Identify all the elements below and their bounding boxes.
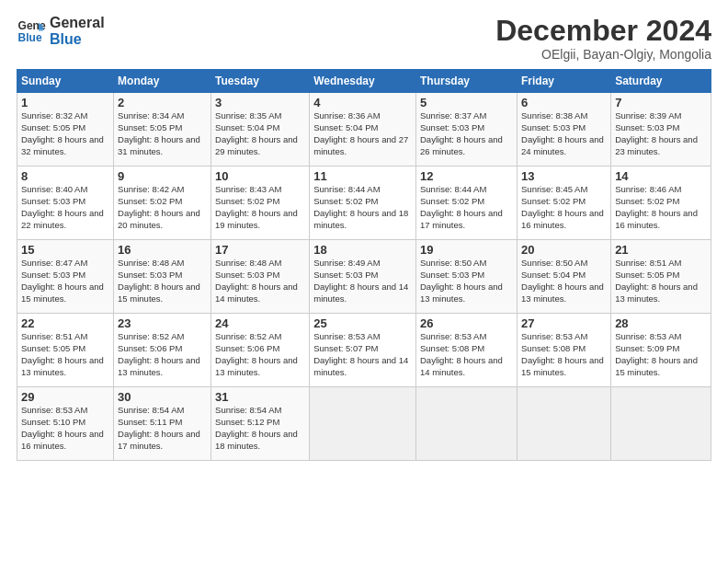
day-number: 26	[420, 316, 513, 330]
day-cell: 10Sunrise: 8:43 AMSunset: 5:02 PMDayligh…	[211, 167, 310, 240]
day-cell: 23Sunrise: 8:52 AMSunset: 5:06 PMDayligh…	[114, 314, 211, 387]
day-cell: 31Sunrise: 8:54 AMSunset: 5:12 PMDayligh…	[211, 387, 310, 461]
day-info: Sunrise: 8:44 AMSunset: 5:02 PMDaylight:…	[420, 184, 503, 229]
day-cell	[310, 387, 416, 461]
day-number: 6	[521, 96, 607, 109]
day-info: Sunrise: 8:36 AMSunset: 5:04 PMDaylight:…	[313, 110, 408, 155]
day-number: 5	[420, 96, 513, 109]
day-info: Sunrise: 8:35 AMSunset: 5:04 PMDaylight:…	[215, 110, 298, 155]
day-number: 30	[118, 390, 207, 404]
weekday-header-row: SundayMondayTuesdayWednesdayThursdayFrid…	[17, 70, 711, 93]
day-number: 12	[420, 169, 513, 183]
day-number: 22	[21, 316, 109, 330]
month-title: December 2024	[495, 15, 711, 47]
day-number: 23	[118, 316, 207, 330]
day-number: 13	[521, 169, 607, 183]
day-number: 9	[118, 169, 207, 183]
day-number: 1	[21, 96, 109, 109]
day-info: Sunrise: 8:53 AMSunset: 5:08 PMDaylight:…	[521, 331, 604, 376]
day-cell: 20Sunrise: 8:50 AMSunset: 5:04 PMDayligh…	[518, 240, 611, 314]
day-number: 20	[521, 243, 607, 257]
calendar-table: SundayMondayTuesdayWednesdayThursdayFrid…	[17, 69, 711, 461]
day-number: 21	[615, 243, 707, 257]
week-row-1: 1Sunrise: 8:32 AMSunset: 5:05 PMDaylight…	[17, 93, 711, 167]
day-cell: 11Sunrise: 8:44 AMSunset: 5:02 PMDayligh…	[310, 167, 416, 240]
day-cell: 21Sunrise: 8:51 AMSunset: 5:05 PMDayligh…	[611, 240, 711, 314]
week-row-4: 22Sunrise: 8:51 AMSunset: 5:05 PMDayligh…	[17, 314, 711, 387]
day-number: 4	[313, 96, 412, 109]
day-info: Sunrise: 8:49 AMSunset: 5:03 PMDaylight:…	[313, 258, 408, 303]
day-number: 17	[215, 243, 305, 257]
day-cell	[611, 387, 711, 461]
day-info: Sunrise: 8:54 AMSunset: 5:11 PMDaylight:…	[118, 405, 200, 450]
day-info: Sunrise: 8:40 AMSunset: 5:03 PMDaylight:…	[21, 184, 104, 229]
day-info: Sunrise: 8:34 AMSunset: 5:05 PMDaylight:…	[118, 110, 200, 155]
header: General Blue General Blue December 2024 …	[17, 15, 711, 62]
day-cell: 3Sunrise: 8:35 AMSunset: 5:04 PMDaylight…	[211, 93, 310, 167]
day-number: 28	[615, 316, 707, 330]
day-info: Sunrise: 8:48 AMSunset: 5:03 PMDaylight:…	[118, 258, 200, 303]
weekday-header-saturday: Saturday	[611, 70, 711, 93]
day-number: 3	[215, 96, 305, 109]
day-number: 15	[21, 243, 109, 257]
day-number: 29	[21, 390, 109, 404]
day-info: Sunrise: 8:42 AMSunset: 5:02 PMDaylight:…	[118, 184, 200, 229]
day-info: Sunrise: 8:53 AMSunset: 5:10 PMDaylight:…	[21, 405, 104, 450]
day-info: Sunrise: 8:47 AMSunset: 5:03 PMDaylight:…	[21, 258, 104, 303]
day-info: Sunrise: 8:53 AMSunset: 5:07 PMDaylight:…	[313, 331, 408, 376]
day-number: 7	[615, 96, 707, 109]
day-info: Sunrise: 8:44 AMSunset: 5:02 PMDaylight:…	[313, 184, 408, 229]
day-info: Sunrise: 8:53 AMSunset: 5:09 PMDaylight:…	[615, 331, 698, 376]
day-cell: 18Sunrise: 8:49 AMSunset: 5:03 PMDayligh…	[310, 240, 416, 314]
logo-general: General	[50, 15, 105, 31]
day-number: 27	[521, 316, 607, 330]
day-cell: 14Sunrise: 8:46 AMSunset: 5:02 PMDayligh…	[611, 167, 711, 240]
day-info: Sunrise: 8:51 AMSunset: 5:05 PMDaylight:…	[21, 331, 104, 376]
day-info: Sunrise: 8:50 AMSunset: 5:03 PMDaylight:…	[420, 258, 503, 303]
day-number: 11	[313, 169, 412, 183]
day-cell: 13Sunrise: 8:45 AMSunset: 5:02 PMDayligh…	[518, 167, 611, 240]
day-cell: 8Sunrise: 8:40 AMSunset: 5:03 PMDaylight…	[17, 167, 114, 240]
day-cell	[416, 387, 518, 461]
day-number: 2	[118, 96, 207, 109]
logo-blue: Blue	[50, 31, 105, 48]
svg-text:Blue: Blue	[18, 31, 42, 44]
logo-icon: General Blue	[17, 17, 46, 46]
day-number: 10	[215, 169, 305, 183]
subtitle: OElgii, Bayan-Olgiy, Mongolia	[495, 47, 711, 62]
day-cell: 9Sunrise: 8:42 AMSunset: 5:02 PMDaylight…	[114, 167, 211, 240]
day-cell: 16Sunrise: 8:48 AMSunset: 5:03 PMDayligh…	[114, 240, 211, 314]
week-row-5: 29Sunrise: 8:53 AMSunset: 5:10 PMDayligh…	[17, 387, 711, 461]
title-area: December 2024 OElgii, Bayan-Olgiy, Mongo…	[495, 15, 711, 62]
day-cell: 2Sunrise: 8:34 AMSunset: 5:05 PMDaylight…	[114, 93, 211, 167]
day-cell: 25Sunrise: 8:53 AMSunset: 5:07 PMDayligh…	[310, 314, 416, 387]
page-container: General Blue General Blue December 2024 …	[0, 0, 728, 470]
day-cell: 22Sunrise: 8:51 AMSunset: 5:05 PMDayligh…	[17, 314, 114, 387]
day-info: Sunrise: 8:48 AMSunset: 5:03 PMDaylight:…	[215, 258, 298, 303]
weekday-header-tuesday: Tuesday	[211, 70, 310, 93]
weekday-header-thursday: Thursday	[416, 70, 518, 93]
day-info: Sunrise: 8:37 AMSunset: 5:03 PMDaylight:…	[420, 110, 503, 155]
weekday-header-monday: Monday	[114, 70, 211, 93]
day-cell	[518, 387, 611, 461]
day-info: Sunrise: 8:45 AMSunset: 5:02 PMDaylight:…	[521, 184, 604, 229]
day-info: Sunrise: 8:46 AMSunset: 5:02 PMDaylight:…	[615, 184, 698, 229]
day-info: Sunrise: 8:32 AMSunset: 5:05 PMDaylight:…	[21, 110, 104, 155]
day-cell: 5Sunrise: 8:37 AMSunset: 5:03 PMDaylight…	[416, 93, 518, 167]
day-number: 14	[615, 169, 707, 183]
day-number: 16	[118, 243, 207, 257]
day-cell: 19Sunrise: 8:50 AMSunset: 5:03 PMDayligh…	[416, 240, 518, 314]
day-cell: 24Sunrise: 8:52 AMSunset: 5:06 PMDayligh…	[211, 314, 310, 387]
day-info: Sunrise: 8:52 AMSunset: 5:06 PMDaylight:…	[118, 331, 200, 376]
day-info: Sunrise: 8:39 AMSunset: 5:03 PMDaylight:…	[615, 110, 698, 155]
weekday-header-friday: Friday	[518, 70, 611, 93]
weekday-header-sunday: Sunday	[17, 70, 114, 93]
day-cell: 28Sunrise: 8:53 AMSunset: 5:09 PMDayligh…	[611, 314, 711, 387]
day-info: Sunrise: 8:52 AMSunset: 5:06 PMDaylight:…	[215, 331, 298, 376]
week-row-3: 15Sunrise: 8:47 AMSunset: 5:03 PMDayligh…	[17, 240, 711, 314]
day-cell: 17Sunrise: 8:48 AMSunset: 5:03 PMDayligh…	[211, 240, 310, 314]
day-cell: 6Sunrise: 8:38 AMSunset: 5:03 PMDaylight…	[518, 93, 611, 167]
day-cell: 12Sunrise: 8:44 AMSunset: 5:02 PMDayligh…	[416, 167, 518, 240]
day-number: 8	[21, 169, 109, 183]
day-number: 19	[420, 243, 513, 257]
